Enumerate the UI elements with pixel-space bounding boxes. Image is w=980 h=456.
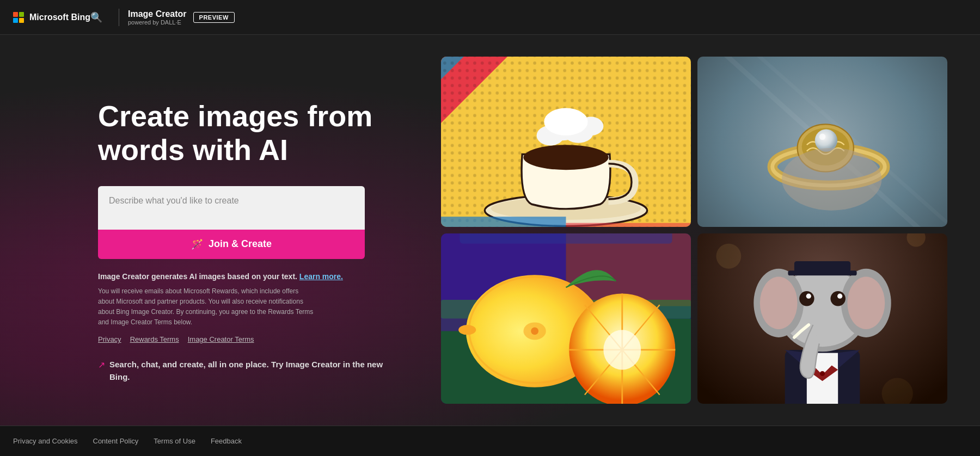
svg-rect-13: [441, 217, 566, 227]
privacy-link[interactable]: Privacy: [98, 335, 121, 343]
svg-point-40: [603, 330, 641, 369]
svg-point-44: [716, 244, 741, 269]
product-info: Image Creator powered by DALL·E: [128, 9, 187, 26]
promo-text: Search, chat, and create, all in one pla…: [109, 360, 269, 369]
svg-point-49: [820, 371, 825, 376]
image-grid: [425, 35, 980, 426]
microsoft-logo-icon: [13, 12, 24, 23]
product-name: Image Creator: [128, 9, 187, 19]
learn-more-link[interactable]: Learn more.: [299, 272, 343, 281]
image-card-ring: [697, 57, 947, 227]
promo-content: Search, chat, and create, all in one pla…: [109, 359, 392, 383]
svg-point-42: [531, 328, 538, 335]
footer-privacy-link[interactable]: Privacy and Cookies: [13, 437, 78, 445]
disclaimer-bold: Image Creator generates AI images based …: [98, 272, 365, 281]
product-subtitle: powered by DALL·E: [128, 19, 187, 26]
brand-name: Microsoft Bing: [29, 13, 90, 22]
image-card-elephant: [697, 233, 947, 404]
svg-rect-61: [788, 270, 856, 275]
disclaimer-text: You will receive emails about Microsoft …: [98, 286, 316, 328]
svg-point-12: [544, 108, 587, 135]
svg-point-33: [458, 325, 476, 335]
main-content: Create images from words with AI 🪄 Join …: [0, 35, 980, 426]
left-panel: Create images from words with AI 🪄 Join …: [0, 35, 425, 426]
arrow-icon: ↗: [98, 360, 105, 370]
svg-point-53: [760, 277, 798, 329]
image-card-lemon: [441, 233, 691, 404]
rewards-terms-link[interactable]: Rewards Terms: [130, 335, 179, 343]
svg-point-57: [830, 291, 846, 306]
svg-point-7: [523, 145, 608, 170]
header-divider: [119, 9, 119, 26]
image-card-coffee: [441, 57, 691, 227]
create-button[interactable]: 🪄 Join & Create: [98, 230, 365, 259]
footer-terms-link[interactable]: Terms of Use: [154, 437, 195, 445]
hero-title: Create images from words with AI: [98, 99, 392, 167]
svg-point-56: [799, 291, 814, 306]
svg-rect-29: [460, 233, 672, 244]
creator-terms-link[interactable]: Image Creator Terms: [188, 335, 254, 343]
footer: Privacy and Cookies Content Policy Terms…: [0, 426, 980, 456]
svg-point-55: [847, 277, 885, 329]
search-icon[interactable]: 🔍: [90, 11, 102, 23]
prompt-input[interactable]: [98, 186, 365, 230]
svg-point-23: [819, 134, 825, 140]
create-button-label: Join & Create: [209, 238, 272, 250]
footer-feedback-link[interactable]: Feedback: [211, 437, 242, 445]
svg-rect-14: [566, 223, 691, 227]
svg-point-24: [782, 148, 882, 211]
svg-point-58: [806, 294, 811, 299]
header: Microsoft Bing 🔍 Image Creator powered b…: [0, 0, 980, 35]
new-bing-promo: ↗ Search, chat, and create, all in one p…: [98, 359, 392, 383]
terms-links: Privacy Rewards Terms Image Creator Term…: [98, 335, 392, 343]
preview-badge: PREVIEW: [193, 12, 235, 23]
footer-content-policy-link[interactable]: Content Policy: [93, 437, 139, 445]
header-logo: Microsoft Bing: [13, 12, 90, 23]
svg-point-59: [837, 294, 842, 299]
wand-icon: 🪄: [191, 238, 203, 250]
